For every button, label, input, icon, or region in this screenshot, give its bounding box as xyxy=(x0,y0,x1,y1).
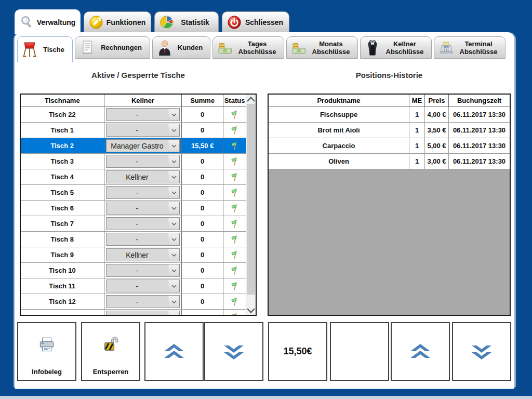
empty-button[interactable] xyxy=(330,322,389,381)
chevron-down-icon[interactable] xyxy=(168,109,179,121)
history-row[interactable]: Fischsuppe14,00 €06.11.2017 13:30 xyxy=(269,107,510,123)
wrench-icon xyxy=(89,15,103,30)
table-row[interactable]: Tisch 22-0 xyxy=(21,107,246,123)
status-cell xyxy=(223,216,246,231)
receipt-icon xyxy=(79,39,95,57)
sub-tab-terminal-abschlusse[interactable]: TerminalAbschlüsse xyxy=(434,36,506,59)
tables-page-up-button[interactable] xyxy=(144,322,204,381)
kellner-select[interactable]: - xyxy=(106,108,180,121)
table-row[interactable]: Tisch 2Manager Gastro15,50 € xyxy=(21,138,246,154)
sub-tab-label: TerminalAbschlüsse xyxy=(454,40,505,56)
chevron-down-icon[interactable] xyxy=(168,171,179,183)
table-name-cell: Tisch 9 xyxy=(21,247,104,262)
scrollbar-down-button[interactable] xyxy=(246,306,256,315)
table-row[interactable]: Tisch 3-0 xyxy=(21,154,246,169)
history-row[interactable]: Carpaccio15,00 €06.11.2017 13:30 xyxy=(269,138,510,154)
status-cell xyxy=(223,185,246,200)
kellner-select[interactable]: - xyxy=(106,280,180,292)
sub-tab-monats-abschlusse[interactable]: MonatsAbschlüsse xyxy=(286,36,358,59)
kellner-select[interactable]: - xyxy=(106,155,180,168)
kellner-select[interactable]: - xyxy=(106,124,180,137)
table-row[interactable]: Tisch 10-0 xyxy=(21,263,246,278)
sub-tab-rechnungen[interactable]: Rechnungen xyxy=(75,36,150,59)
main-tab-schliessen[interactable]: Schliessen xyxy=(222,11,289,32)
status-cell xyxy=(223,263,246,278)
main-tab-verwaltung[interactable]: Verwaltung xyxy=(15,9,81,34)
history-row[interactable]: Brot mit Aioli13,50 €06.11.2017 13:30 xyxy=(269,123,510,138)
table-name-cell: Tisch 4 xyxy=(21,169,104,184)
table-row[interactable]: Tisch 11-0 xyxy=(21,278,246,294)
chevron-down-icon[interactable] xyxy=(168,202,179,214)
table-row[interactable]: Tisch 4Kellner0 xyxy=(21,169,246,185)
table-row[interactable]: Tisch 6-0 xyxy=(21,201,246,216)
history-row[interactable]: Oliven13,00 €06.11.2017 13:30 xyxy=(269,154,510,169)
column-header-me: ME xyxy=(409,95,424,107)
tables-scrollbar[interactable] xyxy=(246,95,256,315)
kellner-select[interactable]: - xyxy=(106,202,180,215)
table-icon xyxy=(22,41,37,59)
summe-cell: 0 xyxy=(181,310,223,315)
sub-tab-kellner-abschlusse[interactable]: KellnerAbschlüsse xyxy=(360,36,432,59)
kellner-cell: Kellner xyxy=(104,247,182,262)
table-row[interactable]: Tisch 7-0 xyxy=(21,216,246,232)
zeit-cell: 06.11.2017 13:30 xyxy=(448,107,510,122)
chevron-down-icon[interactable] xyxy=(168,155,179,167)
column-header-tischname: Tischname xyxy=(21,95,104,107)
cash-icon xyxy=(291,39,307,57)
chevron-down-icon[interactable] xyxy=(168,249,179,261)
chevron-down-icon[interactable] xyxy=(168,280,179,292)
scrollbar-thumb[interactable] xyxy=(247,104,255,295)
kellner-select[interactable]: Kellner xyxy=(106,170,180,183)
infobeleg-button[interactable]: Infobeleg xyxy=(17,322,76,381)
history-table-body: Fischsuppe14,00 €06.11.2017 13:30Brot mi… xyxy=(269,107,510,169)
chevron-down-icon[interactable] xyxy=(168,187,179,198)
kellner-select[interactable]: - xyxy=(106,311,180,315)
kellner-select[interactable]: Kellner xyxy=(106,248,180,261)
table-row[interactable]: Tisch 8-0 xyxy=(21,232,246,247)
status-cell xyxy=(223,247,246,262)
green-flag-icon xyxy=(230,203,240,213)
entsperren-button[interactable]: Entsperren xyxy=(81,322,140,381)
table-total-button[interactable]: 15,50€ xyxy=(268,322,327,381)
table-row[interactable]: Tisch 5-0 xyxy=(21,185,246,201)
green-flag-icon xyxy=(230,312,240,315)
main-tab-funktionen[interactable]: Funktionen xyxy=(84,11,151,32)
main-tab-bar: VerwaltungFunktionenStatistikSchliessen xyxy=(15,7,289,32)
sub-tab-tische[interactable]: Tische xyxy=(17,36,73,62)
table-row[interactable]: Tisch 9Kellner0 xyxy=(21,247,246,263)
chevron-down-icon[interactable] xyxy=(168,218,179,230)
chevron-down-icon[interactable] xyxy=(168,124,179,136)
green-flag-icon xyxy=(230,125,240,135)
kellner-select[interactable]: - xyxy=(106,233,180,246)
preis-cell: 4,00 € xyxy=(424,107,448,122)
table-row[interactable]: Tisch 1-0 xyxy=(21,123,246,138)
table-row[interactable]: Tisch 12-0 xyxy=(21,294,246,310)
kellner-select[interactable]: - xyxy=(106,295,180,308)
column-header-preis: Preis xyxy=(424,95,448,107)
tables-table-header: TischnameKellnerSummeStatus xyxy=(21,95,246,107)
chevron-down-icon[interactable] xyxy=(168,311,179,315)
kellner-select[interactable]: - xyxy=(106,264,180,277)
kellner-select[interactable]: - xyxy=(106,217,180,230)
produkt-cell: Carpaccio xyxy=(269,138,409,153)
history-section-title: Positions-Historie xyxy=(268,71,511,79)
tables-page-down-button[interactable] xyxy=(204,322,263,381)
sub-tab-tages-abschlusse[interactable]: TagesAbschlüsse xyxy=(212,36,284,59)
scrollbar-up-button[interactable] xyxy=(246,95,256,103)
history-page-down-button[interactable] xyxy=(452,322,511,381)
table-row[interactable]: Tisch 13-0 xyxy=(21,310,246,315)
table-name-cell: Tisch 3 xyxy=(21,154,104,169)
chevron-down-icon[interactable] xyxy=(168,264,179,276)
chevron-down-icon[interactable] xyxy=(168,233,179,245)
history-page-up-button[interactable] xyxy=(391,322,450,381)
summe-cell: 0 xyxy=(181,263,223,278)
status-cell xyxy=(223,310,246,315)
kellner-select[interactable]: - xyxy=(106,186,180,199)
chevron-down-icon[interactable] xyxy=(168,140,179,152)
column-header-buchungszeit: Buchungszeit xyxy=(448,95,510,107)
sub-tab-kunden[interactable]: Kunden xyxy=(152,36,210,59)
chevron-down-icon[interactable] xyxy=(168,296,179,308)
green-flag-icon xyxy=(230,110,240,119)
kellner-select[interactable]: Manager Gastro xyxy=(106,139,180,152)
main-tab-statistik[interactable]: Statistik xyxy=(154,11,219,32)
